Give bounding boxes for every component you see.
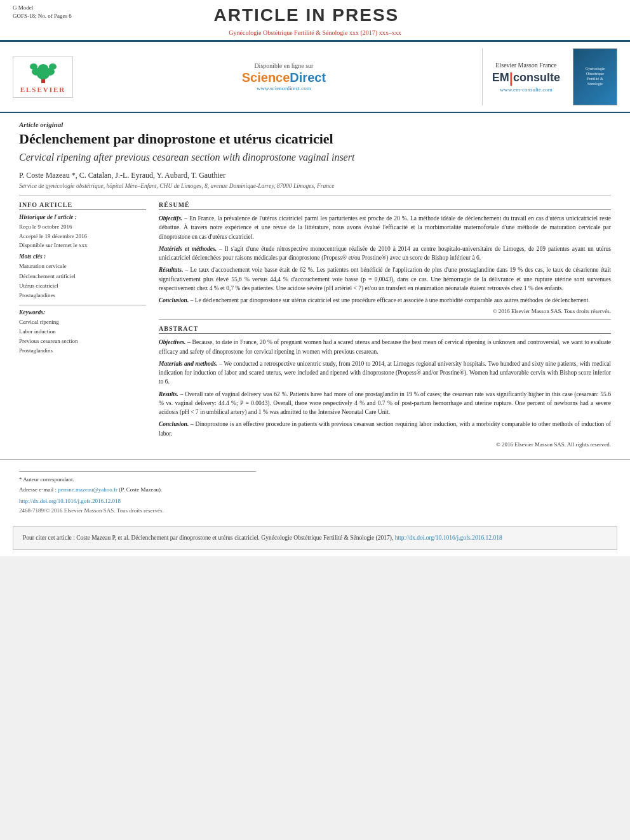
recu-date: Reçu le 9 octobre 2016 (19, 222, 146, 231)
abstract-obj-title: Objectives. (159, 339, 185, 345)
objectifs-title: Objectifs. (159, 215, 182, 222)
keywords-en-label: Keywords: (19, 309, 146, 316)
materiels-text: – Il s'agit d'une étude rétrospective mo… (159, 246, 611, 261)
historique-label: Historique de l'article : (19, 214, 146, 220)
resultats-text: – Le taux d'accouchement voie basse étai… (159, 267, 611, 291)
abstract-objectives: Objectives. – Because, to date in France… (159, 338, 611, 356)
citation-text: Pour citer cet article : Coste Mazeau P,… (23, 535, 393, 541)
abstract-conclusion: Conclusion. – Dinoprostone is an effecti… (159, 420, 611, 438)
banner-title: ARTICLE IN PRESS (72, 5, 541, 25)
mot-cle-2: Déclenchement artificiel (19, 272, 146, 281)
journal-title: Gynécologie Obstétrique Fertilité & Séno… (229, 29, 401, 36)
keyword-en-4: Prostaglandins (19, 346, 146, 356)
divider-2 (159, 319, 611, 320)
article-in-press-banner: ARTICLE IN PRESS (72, 4, 541, 25)
keywords-en-list: Cervical ripening Labor induction Previo… (19, 317, 146, 356)
journal-thumbnail: GynécologieObstétriqueFertilité &Sénolog… (573, 48, 617, 105)
page: G Model GOFS-18; No. of Pages 6 ARTICLE … (0, 0, 630, 556)
g-model-info: G Model GOFS-18; No. of Pages 6 (13, 4, 72, 20)
middle-section: Disponible en ligne sur ScienceDirect ww… (95, 62, 473, 91)
sciencedirect-url[interactable]: www.sciencedirect.com (95, 85, 473, 91)
mots-cles-list: Maturation cervicale Déclenchement artif… (19, 262, 146, 300)
sciencedirect-logo: ScienceDirect (95, 70, 473, 85)
footnotes-divider (19, 471, 256, 472)
em-consulte-url[interactable]: www.em-consulte.com (492, 86, 560, 93)
journal-title-bar: Gynécologie Obstétrique Fertilité & Séno… (0, 28, 630, 40)
accepte-date: Accepté le 19 décembre 2016 (19, 232, 146, 241)
materiels-title: Matériels et méthodes. (159, 246, 217, 252)
svg-point-4 (38, 64, 48, 72)
g-model-label: G Model (13, 4, 72, 12)
svg-point-6 (49, 63, 57, 70)
resume-conclusion: Conclusion. – Le déclenchement par dinop… (159, 296, 611, 305)
info-article-header: INFO ARTICLE (19, 201, 146, 210)
email-detail: (P. Coste Mazeau). (119, 486, 162, 493)
elsevier-tree-icon (24, 60, 62, 84)
disponible-text: Disponible en ligne sur (95, 62, 473, 69)
left-column: INFO ARTICLE Historique de l'article : R… (19, 201, 146, 453)
mot-cle-4: Prostaglandines (19, 291, 146, 300)
right-column: RÉSUMÉ Objectifs. – En France, la préval… (159, 201, 611, 453)
abstract-section: ABSTRACT Objectives. – Because, to date … (159, 325, 611, 448)
abstract-methods-text: – We conducted a retrospective unicentri… (159, 361, 611, 385)
mot-cle-3: Utérus cicatriciel (19, 281, 146, 291)
elsevier-masson-text: Elsevier Masson France (492, 62, 560, 69)
abstract-copyright: © 2016 Elsevier Masson SAS. All rights r… (159, 441, 611, 448)
objectifs-text: – En France, la prévalence de l'utérus c… (159, 215, 611, 240)
disponible-internet: Disponible sur Internet le xxx (19, 241, 146, 250)
footnotes-section: * Auteur correspondant. Adresse e-mail :… (0, 459, 630, 521)
abstract-header: ABSTRACT (159, 325, 611, 334)
keyword-en-1: Cervical ripening (19, 317, 146, 327)
abstract-obj-text: – Because, to date in France, 20 % of pr… (159, 339, 611, 354)
affiliation: Service de gynécologie obstétrique, hôpi… (19, 183, 611, 189)
resume-resultats: Résultats. – Le taux d'accouchement voie… (159, 265, 611, 293)
top-header: G Model GOFS-18; No. of Pages 6 ARTICLE … (0, 0, 630, 28)
divider-1 (19, 196, 611, 196)
resume-materiels: Matériels et méthodes. – Il s'agit d'une… (159, 244, 611, 263)
mot-cle-1: Maturation cervicale (19, 262, 146, 271)
doi-line: http://dx.doi.org/10.1016/j.gofs.2016.12… (19, 497, 611, 506)
abstract-conclusion-title: Conclusion. (159, 421, 189, 427)
doi-link[interactable]: http://dx.doi.org/10.1016/j.gofs.2016.12… (19, 498, 121, 504)
article-dates: Reçu le 9 octobre 2016 Accepté le 19 déc… (19, 222, 146, 250)
em-consulte-logo: EM|consulte (492, 70, 560, 86)
corresponding-label: * Auteur correspondant. (19, 476, 611, 484)
abstract-results-title: Results. (159, 391, 178, 397)
abstract-results: Results. – Overall rate of vaginal deliv… (159, 390, 611, 417)
article-type: Article original (19, 121, 611, 128)
logo-row: ELSEVIER Disponible en ligne sur Science… (0, 42, 630, 113)
abstract-conclusion-text: – Dinoprostone is an effective procedure… (159, 421, 611, 436)
right-section: Elsevier Masson France EM|consulte www.e… (492, 62, 560, 93)
abstract-results-text: – Overall rate of vaginal delivery was 6… (159, 391, 611, 416)
resume-section: RÉSUMÉ Objectifs. – En France, la préval… (159, 201, 611, 314)
abstract-methods-title: Materials and methods. (159, 361, 218, 367)
resume-header: RÉSUMÉ (159, 201, 611, 210)
main-content: Article original Déclenchement par dinop… (0, 113, 630, 459)
english-title: Cervical ripening after previous cesarea… (19, 151, 611, 164)
elsevier-logo-container: ELSEVIER (13, 57, 76, 98)
svg-point-5 (30, 63, 37, 70)
french-title: Déclenchement par dinoprostone et utérus… (19, 131, 611, 147)
gofs-label: GOFS-18; No. of Pages 6 (13, 12, 72, 20)
keyword-en-3: Previous cesarean section (19, 337, 146, 346)
authors: P. Coste Mazeau *, C. Catalan, J.-L. Eyr… (19, 171, 611, 180)
email-line: Adresse e-mail : perrine.mazeau@yahoo.fr… (19, 486, 611, 495)
english-keywords-section: Keywords: Cervical ripening Labor induct… (19, 305, 146, 356)
conclusion-text: – Le déclenchement par dinoprostone sur … (191, 297, 590, 303)
resume-objectifs: Objectifs. – En France, la prévalence de… (159, 214, 611, 241)
mots-cles-label: Mots clés : (19, 253, 146, 260)
resultats-title: Résultats. (159, 267, 183, 273)
two-col-layout: INFO ARTICLE Historique de l'article : R… (19, 201, 611, 453)
elsevier-brand-text: ELSEVIER (20, 86, 66, 93)
elsevier-logo-box: ELSEVIER (13, 57, 73, 98)
email-link[interactable]: perrine.mazeau@yahoo.fr (58, 486, 117, 493)
abstract-methods: Materials and methods. – We conducted a … (159, 359, 611, 387)
conclusion-title: Conclusion. (159, 297, 189, 303)
keyword-en-2: Labor induction (19, 327, 146, 337)
issn-line: 2468-7189/© 2016 Elsevier Masson SAS. To… (19, 507, 611, 514)
email-label: Adresse e-mail : (19, 486, 57, 493)
resume-copyright: © 2016 Elsevier Masson SAS. Tous droits … (159, 308, 611, 314)
citation-box: Pour citer cet article : Coste Mazeau P,… (13, 526, 617, 549)
citation-doi-link[interactable]: http://dx.doi.org/10.1016/j.gofs.2016.12… (395, 535, 502, 541)
